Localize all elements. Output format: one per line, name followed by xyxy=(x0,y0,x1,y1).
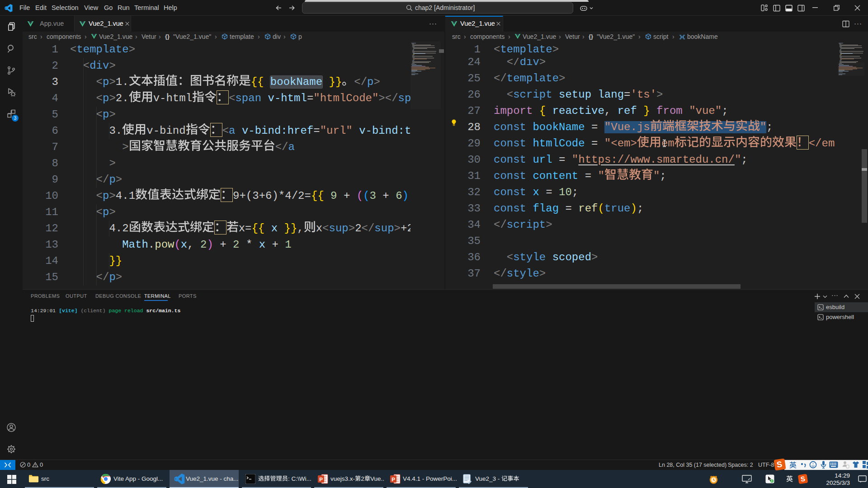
svg-text:P: P xyxy=(392,477,395,482)
svg-text:P: P xyxy=(319,477,323,482)
